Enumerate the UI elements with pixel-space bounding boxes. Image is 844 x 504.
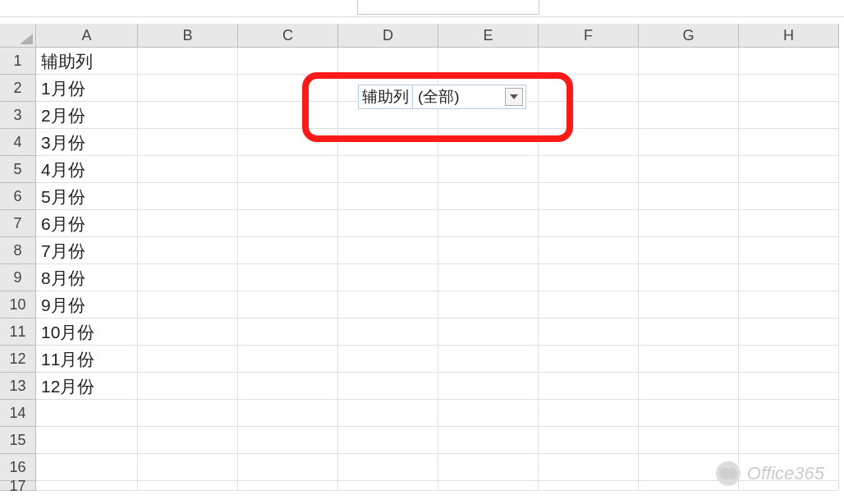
cell-A17[interactable] [36,481,138,491]
cell-A5[interactable]: 4月份 [36,156,138,183]
cell-F12[interactable] [539,346,639,373]
cell-A1[interactable]: 辅助列 [36,48,138,75]
row-header-14[interactable]: 14 [0,400,36,427]
column-header-G[interactable]: G [639,24,739,48]
column-header-A[interactable]: A [36,24,138,48]
cell-A2[interactable]: 1月份 [36,75,138,102]
cell-F16[interactable] [539,454,639,481]
cell-F8[interactable] [539,237,639,264]
row-header-8[interactable]: 8 [0,237,36,264]
cell-C10[interactable] [238,291,338,318]
row-header-17[interactable]: 17 [0,481,36,491]
cell-H2[interactable] [739,75,839,102]
row-header-2[interactable]: 2 [0,75,36,102]
cell-H8[interactable] [739,237,839,264]
cell-G9[interactable] [639,264,739,291]
column-header-F[interactable]: F [539,24,639,48]
cell-A7[interactable]: 6月份 [36,210,138,237]
row-header-4[interactable]: 4 [0,129,36,156]
cell-G7[interactable] [639,210,739,237]
cell-D7[interactable] [338,210,438,237]
formula-bar-fragment[interactable] [357,0,539,15]
cell-A16[interactable] [36,454,138,481]
cell-F7[interactable] [539,210,639,237]
cell-H1[interactable] [739,48,839,75]
cell-E4[interactable] [438,129,539,156]
cell-F2[interactable] [539,75,639,102]
cell-G10[interactable] [639,291,739,318]
column-header-H[interactable]: H [739,24,839,48]
cell-B13[interactable] [138,373,238,400]
cell-E1[interactable] [438,48,539,75]
cell-D14[interactable] [338,400,438,427]
cell-C11[interactable] [238,318,338,346]
cell-B15[interactable] [138,427,238,454]
cell-H3[interactable] [739,102,839,129]
cell-H7[interactable] [739,210,839,237]
cell-E15[interactable] [438,427,539,454]
cell-D6[interactable] [338,183,438,210]
cell-B1[interactable] [138,48,238,75]
cell-A15[interactable] [36,427,138,454]
cell-C2[interactable] [238,75,338,102]
cell-C6[interactable] [238,183,338,210]
cell-B2[interactable] [138,75,238,102]
cell-B5[interactable] [138,156,238,183]
cell-E12[interactable] [438,346,539,373]
cell-D1[interactable] [338,48,438,75]
cell-B16[interactable] [138,454,238,481]
cell-A4[interactable]: 3月份 [36,129,138,156]
row-header-13[interactable]: 13 [0,373,36,400]
column-header-E[interactable]: E [438,24,539,48]
pivot-filter-dropdown-button[interactable] [505,88,523,106]
row-header-10[interactable]: 10 [0,291,36,318]
cell-G5[interactable] [639,156,739,183]
cell-G11[interactable] [639,318,739,346]
cell-B10[interactable] [138,291,238,318]
cell-A13[interactable]: 12月份 [36,373,138,400]
cell-B14[interactable] [138,400,238,427]
cell-D15[interactable] [338,427,438,454]
cell-F3[interactable] [539,102,639,129]
cell-H4[interactable] [739,129,839,156]
cell-D13[interactable] [338,373,438,400]
cell-E9[interactable] [438,264,539,291]
cell-E13[interactable] [438,373,539,400]
cell-E16[interactable] [438,454,539,481]
cell-A14[interactable] [36,400,138,427]
cell-E6[interactable] [438,183,539,210]
cell-A8[interactable]: 7月份 [36,237,138,264]
cell-C7[interactable] [238,210,338,237]
cell-A3[interactable]: 2月份 [36,102,138,129]
cell-G4[interactable] [639,129,739,156]
cell-H10[interactable] [739,291,839,318]
cell-A6[interactable]: 5月份 [36,183,138,210]
cell-E17[interactable] [438,481,539,491]
cell-C1[interactable] [238,48,338,75]
row-header-1[interactable]: 1 [0,48,36,75]
cell-C8[interactable] [238,237,338,264]
cell-H14[interactable] [739,400,839,427]
cell-C3[interactable] [238,102,338,129]
cell-E11[interactable] [438,318,539,346]
cell-A10[interactable]: 9月份 [36,291,138,318]
cell-F14[interactable] [539,400,639,427]
cell-B12[interactable] [138,346,238,373]
cell-C14[interactable] [238,400,338,427]
cell-D12[interactable] [338,346,438,373]
cell-G8[interactable] [639,237,739,264]
cell-D9[interactable] [338,264,438,291]
cell-F15[interactable] [539,427,639,454]
cell-A9[interactable]: 8月份 [36,264,138,291]
cell-B3[interactable] [138,102,238,129]
cell-G15[interactable] [639,427,739,454]
cell-A12[interactable]: 11月份 [36,346,138,373]
cell-G6[interactable] [639,183,739,210]
row-header-11[interactable]: 11 [0,318,36,346]
cell-H15[interactable] [739,427,839,454]
cell-B7[interactable] [138,210,238,237]
cell-C12[interactable] [238,346,338,373]
cell-G1[interactable] [639,48,739,75]
cell-G2[interactable] [639,75,739,102]
cell-F9[interactable] [539,264,639,291]
